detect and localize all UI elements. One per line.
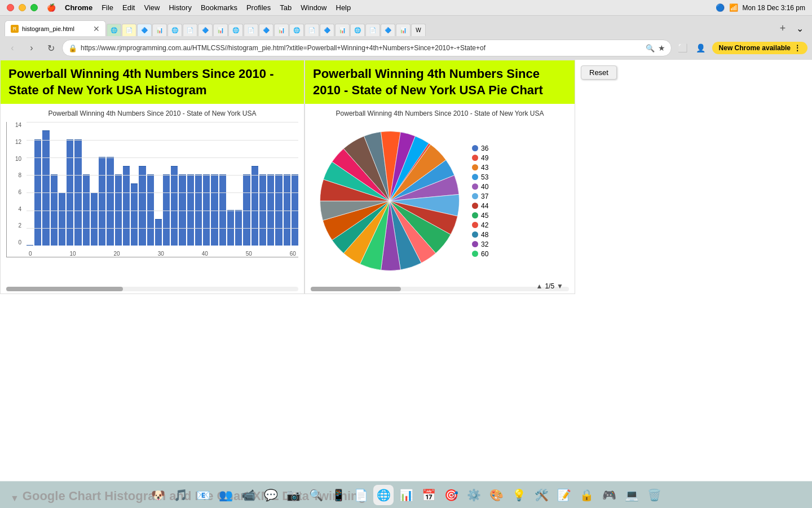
dock-contacts[interactable]: 👥 bbox=[215, 485, 236, 505]
dock-finder[interactable]: 🐶 bbox=[148, 485, 168, 505]
dock-facetime[interactable]: 📹 bbox=[238, 485, 258, 505]
tab-item[interactable]: 🌐 bbox=[289, 24, 304, 36]
window-menu[interactable]: Window bbox=[301, 3, 326, 12]
histogram-bar bbox=[107, 157, 113, 246]
minimize-button[interactable] bbox=[19, 4, 26, 11]
profiles-menu[interactable]: Profiles bbox=[246, 3, 271, 12]
dock-calendar[interactable]: 📅 bbox=[418, 485, 439, 505]
dock-mail[interactable]: 📧 bbox=[193, 485, 213, 505]
tab-item[interactable]: 🌐 bbox=[228, 24, 243, 36]
pie-nav-up-icon[interactable]: ▲ bbox=[536, 282, 543, 290]
pie-chart-area: 364943534037444542483260 bbox=[311, 122, 569, 280]
view-menu[interactable]: View bbox=[144, 3, 160, 12]
tab-item[interactable]: W bbox=[411, 24, 426, 36]
tab-item[interactable]: 🌐 bbox=[167, 24, 182, 36]
close-button[interactable] bbox=[7, 4, 14, 11]
legend-label: 43 bbox=[481, 164, 488, 172]
legend-color-dot bbox=[472, 203, 478, 209]
traffic-lights[interactable] bbox=[7, 4, 38, 11]
clock: Mon 18 Dec 3:16 pm bbox=[743, 4, 805, 12]
dock-app9[interactable]: 💻 bbox=[621, 485, 642, 505]
dock-app3[interactable]: 🎨 bbox=[486, 485, 506, 505]
tab-item[interactable]: 🔷 bbox=[259, 24, 273, 36]
dock-photos[interactable]: 📷 bbox=[283, 485, 303, 505]
histogram-bar bbox=[67, 139, 73, 246]
menu-bar: 🍎 Chrome File Edit View History Bookmark… bbox=[47, 3, 351, 12]
dock-app6[interactable]: 📝 bbox=[554, 485, 574, 505]
histogram-scroll-thumb[interactable] bbox=[6, 287, 123, 291]
histogram-scrollbar[interactable] bbox=[6, 287, 298, 291]
dock-app5[interactable]: 🛠️ bbox=[531, 485, 551, 505]
tab-item[interactable]: 🌐 bbox=[350, 24, 365, 36]
dock-chrome[interactable]: 🌐 bbox=[373, 485, 394, 505]
dock-app4[interactable]: 💡 bbox=[509, 485, 529, 505]
histogram-chart-title: Powerball Winning 4th Numbers Since 2010… bbox=[6, 110, 298, 117]
histogram-bar bbox=[243, 174, 250, 246]
tab-item[interactable]: 🔷 bbox=[381, 24, 395, 36]
legend-item: 37 bbox=[472, 192, 488, 200]
legend-label: 48 bbox=[481, 231, 488, 239]
reset-button[interactable]: Reset bbox=[581, 65, 617, 80]
tab-item[interactable]: 🔷 bbox=[137, 24, 152, 36]
tab-item[interactable]: 📊 bbox=[152, 24, 167, 36]
dock-app2[interactable]: ⚙️ bbox=[464, 485, 484, 505]
pie-page: 1/5 bbox=[545, 282, 554, 290]
x-label: 40 bbox=[202, 251, 208, 257]
pie-svg bbox=[316, 128, 463, 274]
tab-item[interactable]: 📊 bbox=[335, 24, 350, 36]
legend-item: 40 bbox=[472, 183, 488, 191]
dock-app7[interactable]: 🔒 bbox=[576, 485, 597, 505]
tab-menu[interactable]: Tab bbox=[280, 3, 292, 12]
active-tab[interactable]: R histogram_pie.html ✕ bbox=[5, 20, 106, 36]
dock-app1[interactable]: 🎯 bbox=[441, 485, 461, 505]
histogram-bar bbox=[267, 174, 274, 246]
tab-item[interactable]: 🌐 bbox=[107, 24, 121, 36]
tab-item[interactable]: 📄 bbox=[304, 24, 319, 36]
bookmarks-menu[interactable]: Bookmarks bbox=[201, 3, 237, 12]
forward-button[interactable]: › bbox=[24, 40, 39, 56]
dock-zoom[interactable]: 🔍 bbox=[306, 485, 326, 505]
dock-pdf[interactable]: 📄 bbox=[351, 485, 371, 505]
file-menu[interactable]: File bbox=[102, 3, 113, 12]
tab-search-button[interactable]: ⌄ bbox=[792, 20, 807, 36]
new-chrome-more-icon: ⋮ bbox=[794, 44, 801, 52]
dock-messages[interactable]: 💬 bbox=[261, 485, 281, 505]
chrome-menu[interactable]: Chrome bbox=[65, 3, 92, 12]
histogram-bar bbox=[74, 139, 81, 246]
histogram-bar bbox=[34, 139, 41, 246]
fullscreen-button[interactable] bbox=[30, 4, 38, 11]
tab-item[interactable]: 🔷 bbox=[198, 24, 213, 36]
bookmark-star-icon[interactable]: ★ bbox=[658, 43, 665, 52]
extensions-button[interactable]: ⬜ bbox=[675, 40, 691, 56]
tab-item[interactable]: 📄 bbox=[122, 24, 136, 36]
y-label-4: 4 bbox=[7, 206, 24, 212]
dock-ios[interactable]: 📱 bbox=[328, 485, 348, 505]
tab-item[interactable]: 📄 bbox=[365, 24, 380, 36]
dock-music[interactable]: 🎵 bbox=[170, 485, 191, 505]
apple-menu[interactable]: 🍎 bbox=[47, 3, 56, 12]
dock-trash[interactable]: 🗑️ bbox=[644, 485, 664, 505]
histogram-x-labels: 0 10 20 30 40 50 60 bbox=[27, 251, 298, 257]
history-menu[interactable]: History bbox=[169, 3, 191, 12]
histogram-bar bbox=[91, 192, 98, 246]
tab-item[interactable]: 🔷 bbox=[320, 24, 334, 36]
tab-close-icon[interactable]: ✕ bbox=[93, 24, 100, 33]
pie-nav-down-icon[interactable]: ▼ bbox=[557, 282, 563, 290]
tab-item[interactable]: 📊 bbox=[274, 24, 289, 36]
reset-area: Reset bbox=[575, 60, 623, 294]
dock-excel[interactable]: 📊 bbox=[396, 485, 416, 505]
help-menu[interactable]: Help bbox=[336, 3, 351, 12]
new-tab-button[interactable]: + bbox=[775, 20, 791, 36]
reload-button[interactable]: ↻ bbox=[43, 40, 59, 56]
tab-item[interactable]: 📊 bbox=[213, 24, 228, 36]
new-chrome-button[interactable]: New Chrome available ⋮ bbox=[712, 42, 807, 54]
tab-item[interactable]: 📊 bbox=[396, 24, 411, 36]
profile-button[interactable]: 👤 bbox=[693, 40, 709, 56]
edit-menu[interactable]: Edit bbox=[122, 3, 135, 12]
address-bar[interactable]: 🔒 https://www.rjmprogramming.com.au/HTML… bbox=[62, 40, 672, 56]
tab-item[interactable]: 📄 bbox=[244, 24, 258, 36]
pie-title: Powerball Winning 4th Numbers Since 2010… bbox=[305, 60, 575, 104]
back-button[interactable]: ‹ bbox=[5, 40, 20, 56]
dock-app8[interactable]: 🎮 bbox=[599, 485, 619, 505]
tab-item[interactable]: 📄 bbox=[183, 24, 197, 36]
